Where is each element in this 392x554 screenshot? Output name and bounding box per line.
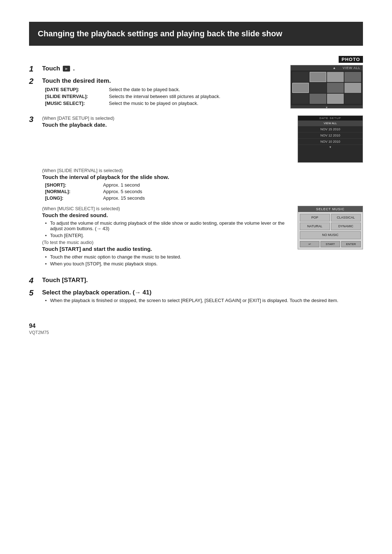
bullet-stop: When you touch [STOP], the music playbac…	[45, 261, 290, 266]
step-4-number: 4	[29, 276, 42, 285]
step-1-label: Touch .	[42, 65, 283, 72]
datesetup-image: DATE SETUP VIEW ALL NOV 15 2010 NOV 12 2…	[298, 115, 363, 163]
step-2-label: Touch the desired item.	[42, 77, 283, 85]
date-setup-context: (When [DATE SETUP] is selected)	[42, 115, 290, 121]
page-number: 94	[29, 323, 363, 329]
step-5-number: 5	[29, 288, 42, 298]
step-2: 2 Touch the desired item. [DATE SETUP]: …	[29, 77, 283, 108]
viewall-image: ▲ VIEW ALL ▼	[290, 65, 363, 109]
bullet-volume: To adjust the volume of music during pla…	[45, 220, 290, 231]
music-select-action: Touch the desired sound.	[42, 212, 290, 218]
interval-long: [LONG]: Approx. 15 seconds	[45, 195, 363, 201]
step-3-music-select: (When [MUSIC SELECT] is selected) Touch …	[42, 206, 363, 268]
step-2-definitions: [DATE SETUP]: Select the date to be play…	[45, 87, 283, 106]
step-4-label: Touch [START].	[42, 277, 363, 284]
date-setup-action: Touch the playback date.	[42, 122, 290, 128]
def-date-setup: [DATE SETUP]: Select the date to be play…	[45, 87, 283, 92]
interval-table: [SHORT]: Approx. 1 second [NORMAL]: Appr…	[45, 182, 363, 201]
music-select-row: (When [MUSIC SELECT] is selected) Touch …	[42, 206, 363, 268]
model-number: VQT2M75	[29, 330, 363, 335]
step-3-date-setup: (When [DATE SETUP] is selected) Touch th…	[42, 115, 363, 163]
bullet-change-music: Touch the other music option to change t…	[45, 254, 290, 260]
page-title: Changing the playback settings and playi…	[29, 22, 363, 46]
step-3: 3 (When [DATE SETUP] is selected) Touch …	[29, 115, 363, 273]
interval-normal: [NORMAL]: Approx. 5 seconds	[45, 189, 363, 194]
step-5-bullets: When the playback is finished or stopped…	[45, 298, 363, 303]
page-footer: 94 VQT2M75	[29, 323, 363, 335]
slide-interval-context: (When [SLIDE INTERVAL] is selected)	[42, 168, 363, 173]
def-slide-interval: [SLIDE INTERVAL]: Selects the interval b…	[45, 94, 283, 99]
interval-short: [SHORT]: Approx. 1 second	[45, 182, 363, 188]
step-1: 1 Touch . 2 Touch the desired item. [DAT…	[29, 65, 363, 112]
musicselect-image: SELECT MUSIC POP CLASSICAL NATURAL DYNAM…	[298, 206, 363, 268]
audio-bullets: Touch the other music option to change t…	[45, 254, 290, 266]
music-bullets: To adjust the volume of music during pla…	[45, 220, 290, 238]
audio-test-action: Touch [START] and start the audio testin…	[42, 246, 290, 252]
step-4: 4 Touch [START].	[29, 277, 363, 285]
step-5-bullet-1: When the playback is finished or stopped…	[45, 298, 363, 303]
step-3-slide-interval: (When [SLIDE INTERVAL] is selected) Touc…	[42, 168, 363, 201]
music-select-context: (When [MUSIC SELECT] is selected)	[42, 206, 290, 211]
slide-interval-action: Touch the interval of playback for the s…	[42, 174, 363, 180]
step-3-number: 3	[29, 115, 42, 124]
photo-badge: PHOTO	[29, 56, 363, 63]
step-5-label: Select the playback operation. (→ 41)	[42, 289, 363, 296]
step-1-number: 1	[29, 64, 42, 74]
audio-test-context: (To test the music audio)	[42, 240, 290, 245]
step-2-number: 2	[29, 77, 42, 86]
bullet-enter: Touch [ENTER].	[45, 233, 290, 238]
slideshow-icon	[63, 66, 70, 72]
step-5: 5 Select the playback operation. (→ 41) …	[29, 289, 363, 305]
def-music-select: [MUSIC SELECT]: Select the music to be p…	[45, 101, 283, 106]
